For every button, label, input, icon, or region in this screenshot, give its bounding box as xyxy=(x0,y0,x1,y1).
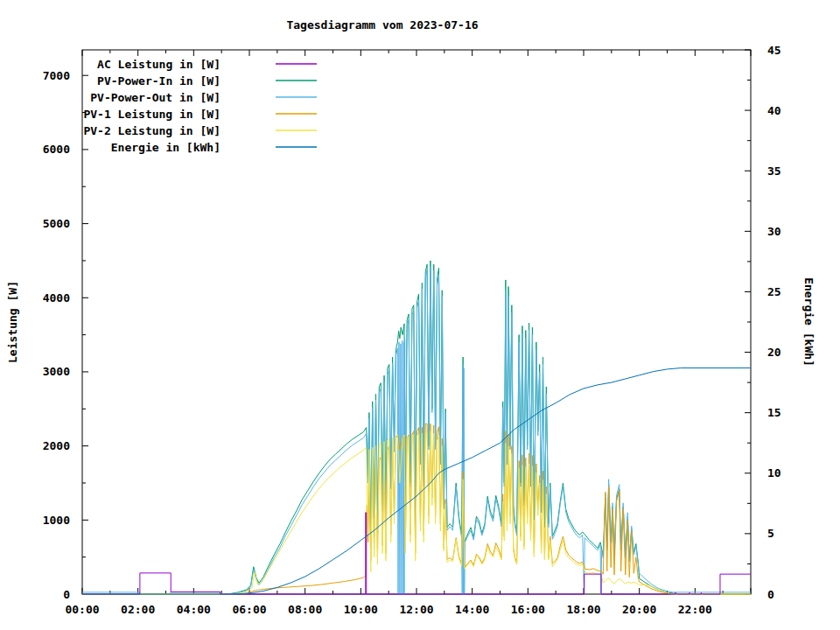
legend-label: PV-Power-Out in [W] xyxy=(90,91,220,104)
legend-label: PV-2 Leistung in [W] xyxy=(83,124,220,137)
x-tick-label: 02:00 xyxy=(121,603,155,616)
y2-tick-label: 35 xyxy=(767,164,781,178)
legend-label: AC Leistung in [W] xyxy=(97,58,220,71)
y2-tick-label: 0 xyxy=(767,588,774,601)
x-tick-label: 10:00 xyxy=(344,603,378,616)
x-tick-label: 06:00 xyxy=(232,603,266,616)
y-tick-label: 2000 xyxy=(43,439,70,452)
legend-label: Energie in [kWh] xyxy=(111,141,220,154)
y-tick-label: 0 xyxy=(63,588,70,601)
y-tick-label: 6000 xyxy=(43,143,70,156)
y-tick-label: 5000 xyxy=(43,217,70,230)
x-tick-label: 08:00 xyxy=(288,603,322,616)
x-tick-label: 16:00 xyxy=(511,603,545,616)
curve-pv-power-out-in-w xyxy=(82,267,751,594)
y2-tick-label: 5 xyxy=(767,527,774,540)
legend-label: PV-1 Leistung in [W] xyxy=(83,108,220,121)
x-tick-label: 00:00 xyxy=(65,603,99,616)
x-tick-label: 04:00 xyxy=(177,603,211,616)
y2-tick-label: 20 xyxy=(767,346,781,359)
chart-page: 00:0002:0004:0006:0008:0010:0012:0014:00… xyxy=(0,0,840,630)
x-tick-label: 14:00 xyxy=(455,603,489,616)
curve-ac-leistung-in-w xyxy=(82,513,751,594)
y-tick-label: 7000 xyxy=(43,69,70,82)
x-tick-label: 18:00 xyxy=(566,603,600,616)
day-chart: 00:0002:0004:0006:0008:0010:0012:0014:00… xyxy=(0,0,840,630)
y2-tick-label: 30 xyxy=(767,225,781,238)
left-axis-label: Leistung [W] xyxy=(6,281,19,363)
right-axis-label: Energie [kWh] xyxy=(802,277,816,367)
y-tick-label: 3000 xyxy=(43,365,70,378)
x-tick-label: 20:00 xyxy=(622,603,656,616)
y2-tick-label: 15 xyxy=(767,406,781,419)
chart-title: Tagesdiagramm vom 2023-07-16 xyxy=(0,18,765,32)
y2-tick-label: 10 xyxy=(767,466,781,480)
curve-pv-2-leistung-in-w xyxy=(82,431,751,594)
x-tick-label: 22:00 xyxy=(678,603,712,616)
y2-tick-label: 40 xyxy=(767,104,781,117)
y2-tick-label: 25 xyxy=(767,285,781,298)
y-tick-label: 1000 xyxy=(43,514,70,527)
x-tick-label: 12:00 xyxy=(399,603,433,616)
legend-label: PV-Power-In in [W] xyxy=(97,74,220,88)
y2-tick-label: 45 xyxy=(767,44,781,57)
y-tick-label: 4000 xyxy=(43,291,70,304)
